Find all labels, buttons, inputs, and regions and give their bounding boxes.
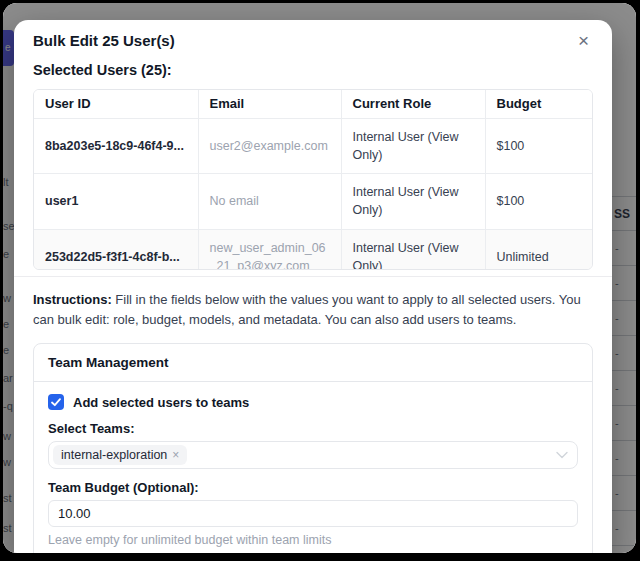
budget-cell: Unlimited <box>485 229 592 270</box>
user-id-cell: user1 <box>34 174 198 229</box>
role-cell: Internal User (View Only) <box>341 119 485 174</box>
budget-cell: $100 <box>485 174 592 229</box>
selected-team-tag[interactable]: internal-exploration × <box>53 445 187 465</box>
column-header: Email <box>198 90 341 119</box>
team-management-title: Team Management <box>34 344 592 382</box>
role-cell: Internal User (View Only) <box>341 174 485 229</box>
team-budget-input[interactable] <box>48 500 578 527</box>
add-users-to-teams-checkbox-row[interactable]: Add selected users to teams <box>48 394 578 410</box>
table-row: user1No emailInternal User (View Only)$1… <box>34 174 592 229</box>
team-management-body: Add selected users to teams Select Teams… <box>34 382 592 553</box>
column-header: User ID <box>34 90 198 119</box>
email-cell: new_user_admin_06_21_p3@xyz.com <box>198 229 341 270</box>
selected-users-label: Selected Users (25): <box>33 62 593 78</box>
table-row: 253d22d5-f3f1-4c8f-b...new_user_admin_06… <box>34 229 592 270</box>
section-divider <box>14 276 612 277</box>
chevron-down-icon[interactable] <box>556 451 568 459</box>
selected-users-table[interactable]: User IDEmailCurrent RoleBudget 8ba203e5-… <box>33 89 593 270</box>
instructions-label: Instructions: <box>33 292 112 307</box>
user-id-cell: 253d22d5-f3f1-4c8f-b... <box>34 229 198 270</box>
column-header: Budget <box>485 90 592 119</box>
user-id-cell: 8ba203e5-18c9-46f4-9... <box>34 119 198 174</box>
budget-cell: $100 <box>485 119 592 174</box>
team-management-section: Team Management Add selected users to te… <box>33 343 593 553</box>
screen: e ltseeweear-qwwstst SS ---------- Bulk … <box>3 3 636 553</box>
modal-title: Bulk Edit 25 User(s) <box>33 31 175 51</box>
close-button[interactable]: × <box>574 29 593 52</box>
team-budget-label: Team Budget (Optional): <box>48 480 578 495</box>
team-tag-label: internal-exploration <box>61 448 167 462</box>
email-cell: No email <box>198 174 341 229</box>
bulk-edit-modal: Bulk Edit 25 User(s) × Selected Users (2… <box>14 20 612 553</box>
window-frame: e ltseeweear-qwwstst SS ---------- Bulk … <box>0 0 640 561</box>
instructions-body: Fill in the fields below with the values… <box>33 292 581 327</box>
email-cell: user2@example.com <box>198 119 341 174</box>
budget-helper-text: Leave empty for unlimited budget within … <box>48 533 578 547</box>
column-header: Current Role <box>341 90 485 119</box>
checkbox-label: Add selected users to teams <box>73 395 249 410</box>
table-row: 8ba203e5-18c9-46f4-9...user2@example.com… <box>34 119 592 174</box>
check-icon <box>51 398 61 407</box>
instructions-text: Instructions: Fill in the fields below w… <box>33 290 593 330</box>
role-cell: Internal User (View Only) <box>341 229 485 270</box>
close-icon: × <box>578 30 589 51</box>
remove-team-icon[interactable]: × <box>172 448 179 462</box>
select-teams-label: Select Teams: <box>48 421 578 436</box>
modal-header: Bulk Edit 25 User(s) × <box>33 31 593 52</box>
checkbox-checked-icon[interactable] <box>48 394 64 410</box>
select-teams-input[interactable]: internal-exploration × <box>48 441 578 469</box>
